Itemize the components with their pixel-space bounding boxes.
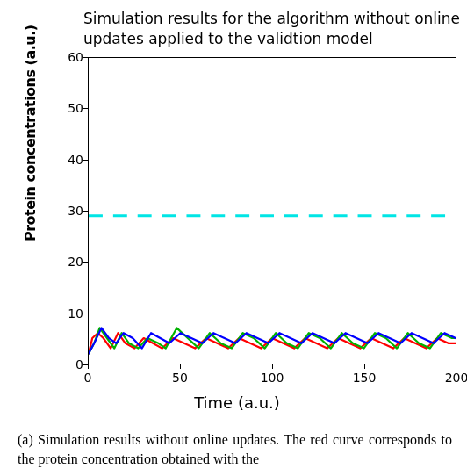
- axis-tick: [83, 57, 88, 58]
- y-axis-label: Protein concentrations (a.u.): [22, 25, 39, 242]
- x-tick-label: 50: [162, 371, 198, 385]
- y-tick-label: 0: [48, 357, 83, 371]
- plot-box: [88, 57, 456, 364]
- chart-title: Simulation results for the algorithm wit…: [83, 9, 461, 49]
- axis-tick: [88, 364, 89, 369]
- axis-tick: [83, 211, 88, 212]
- y-tick-label: 40: [48, 153, 83, 167]
- figure-caption: (a) Simulation results without online up…: [18, 430, 452, 468]
- axis-tick: [364, 364, 365, 369]
- figure-page: Simulation results for the algorithm wit…: [0, 0, 467, 476]
- x-tick-label: 100: [255, 371, 290, 385]
- x-tick-label: 0: [70, 371, 105, 385]
- axis-tick: [456, 364, 456, 369]
- y-tick-label: 60: [48, 50, 83, 64]
- y-tick-label: 50: [48, 101, 83, 115]
- x-tick-label: 150: [347, 371, 382, 385]
- axis-tick: [83, 262, 88, 263]
- x-axis-label: Time (a.u.): [18, 393, 456, 412]
- chart-area: Simulation results for the algorithm wit…: [18, 0, 456, 413]
- axis-tick: [83, 314, 88, 314]
- y-tick-label: 10: [48, 307, 83, 321]
- x-tick-label: 200: [439, 371, 467, 385]
- axis-tick: [83, 160, 88, 161]
- axis-tick: [83, 108, 88, 109]
- axis-tick: [272, 364, 273, 369]
- plot-svg: [89, 58, 456, 364]
- y-tick-label: 20: [48, 255, 83, 269]
- y-tick-label: 30: [48, 204, 83, 218]
- axis-tick: [180, 364, 181, 369]
